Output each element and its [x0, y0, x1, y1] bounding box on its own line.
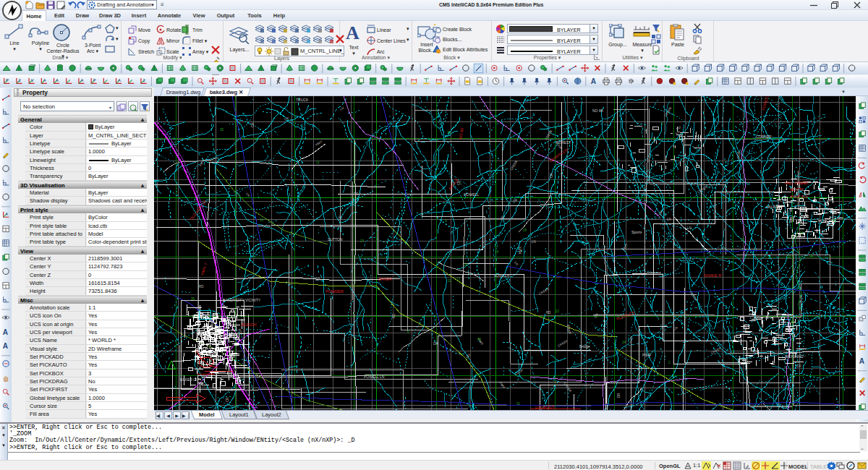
svg-text:CR: CR [550, 173, 553, 178]
svg-text:LOVE LN: LOVE LN [494, 273, 510, 278]
svg-text:A: A [56, 78, 59, 82]
svg-text:A: A [859, 357, 865, 365]
svg-text:POWELL LN: POWELL LN [364, 375, 385, 379]
svg-text:HALFWAY: HALFWAY [766, 205, 783, 209]
svg-text:A: A [5, 212, 8, 216]
svg-text:RD: RD [676, 125, 682, 131]
svg-text:30: 30 [477, 338, 482, 341]
svg-text:BAKER: BAKER [378, 277, 392, 281]
svg-text:P: P [6, 78, 9, 82]
svg-text:13: 13 [456, 278, 461, 281]
svg-text:RICHLAND: RICHLAND [785, 354, 804, 359]
svg-text:2: 2 [18, 78, 20, 82]
svg-text:FOREST RD: FOREST RD [761, 96, 771, 111]
svg-text:23: 23 [360, 239, 365, 243]
svg-text:CREEK: CREEK [664, 106, 673, 118]
svg-text:LN: LN [245, 192, 250, 198]
svg-text:Bridge: Bridge [579, 344, 590, 349]
svg-text:11: 11 [316, 161, 320, 164]
svg-text:RD: RD [354, 192, 359, 196]
svg-text:V: V [31, 78, 34, 82]
svg-text:CREEK: CREEK [689, 291, 698, 302]
svg-text:LOOP: LOOP [737, 151, 741, 161]
svg-text:CR: CR [251, 122, 255, 127]
svg-text:DR: DR [512, 197, 519, 203]
svg-text:36: 36 [741, 238, 745, 242]
svg-text:DR: DR [433, 342, 438, 346]
svg-text:BAKER CITY: BAKER CITY [180, 377, 202, 382]
svg-text:DR: DR [617, 393, 621, 398]
svg-text:MILL CREEK: MILL CREEK [785, 181, 809, 185]
svg-text:36: 36 [447, 131, 451, 134]
svg-text:HWY: HWY [315, 140, 323, 147]
svg-text:HWY 7: HWY 7 [200, 262, 208, 275]
svg-text:BAKER CITY VICINITY: BAKER CITY VICINITY [223, 298, 261, 302]
svg-text:LN: LN [667, 218, 671, 221]
svg-text:6: 6 [445, 219, 447, 223]
svg-text:3: 3 [661, 122, 663, 126]
svg-text:24: 24 [622, 341, 626, 344]
svg-text:HWY 413: HWY 413 [791, 195, 807, 199]
svg-text:NO 86: NO 86 [592, 108, 603, 113]
svg-text:23: 23 [787, 255, 791, 259]
svg-text:22: 22 [556, 309, 560, 313]
svg-text:HWY: HWY [744, 324, 748, 332]
svg-text:32: 32 [448, 279, 452, 283]
svg-text:PINE: PINE [642, 353, 651, 357]
svg-text:2: 2 [668, 361, 671, 364]
svg-text:TRUCK: TRUCK [296, 98, 309, 102]
svg-text:34: 34 [809, 255, 814, 258]
svg-text:DR: DR [594, 312, 600, 319]
svg-text:CREEK: CREEK [563, 382, 572, 393]
svg-text:SPARTA LN: SPARTA LN [548, 148, 569, 163]
svg-text:CREEK: CREEK [510, 160, 519, 171]
svg-text:DR: DR [658, 210, 664, 216]
svg-text:7: 7 [805, 391, 807, 395]
svg-text:19: 19 [464, 263, 468, 267]
svg-text:2: 2 [142, 78, 145, 82]
svg-text:NEW BL: NEW BL [789, 187, 804, 192]
svg-text:16: 16 [260, 218, 264, 222]
svg-text:A: A [591, 77, 597, 85]
svg-text:LOOP: LOOP [514, 368, 524, 376]
svg-text:SUTTON: SUTTON [328, 237, 343, 242]
svg-text:35: 35 [833, 219, 837, 223]
svg-text:A: A [3, 342, 9, 350]
svg-text:A: A [80, 78, 83, 82]
svg-text:29: 29 [523, 228, 527, 232]
svg-text:35: 35 [220, 128, 224, 132]
svg-text:29: 29 [495, 250, 499, 254]
svg-text:26: 26 [800, 231, 804, 235]
svg-text:31: 31 [516, 402, 521, 406]
svg-text:RD: RD [199, 285, 204, 289]
svg-text:35: 35 [191, 297, 195, 301]
svg-text:LN: LN [532, 240, 536, 244]
svg-text:POWDER: POWDER [326, 289, 344, 294]
svg-text:34: 34 [798, 307, 802, 310]
svg-text:LN: LN [514, 261, 519, 267]
svg-text:HWY: HWY [519, 247, 522, 255]
svg-text:WLEICH: WLEICH [241, 322, 256, 327]
svg-text:CORNER: CORNER [756, 134, 772, 139]
svg-text:DR: DR [315, 278, 320, 281]
svg-text:SNAKE R: SNAKE R [704, 273, 721, 278]
svg-text:HWY: HWY [622, 243, 629, 252]
svg-text:LN: LN [687, 226, 692, 230]
svg-text:CR: CR [796, 364, 801, 368]
svg-text:26: 26 [791, 320, 795, 324]
svg-text:Sports: Sports [631, 230, 642, 234]
svg-text:P: P [93, 78, 96, 82]
svg-text:CR: CR [457, 180, 461, 185]
svg-text:HOWELL: HOWELL [464, 192, 479, 197]
svg-text:CR: CR [337, 215, 343, 221]
svg-text:A: A [3, 328, 9, 336]
svg-text:RD: RD [546, 311, 551, 315]
svg-text:A: A [118, 78, 121, 82]
svg-text:RD: RD [392, 313, 396, 318]
svg-text:LOOP: LOOP [567, 324, 571, 333]
svg-text:CR: CR [226, 397, 229, 402]
svg-text:A: A [43, 78, 46, 82]
svg-text:28: 28 [255, 137, 259, 141]
